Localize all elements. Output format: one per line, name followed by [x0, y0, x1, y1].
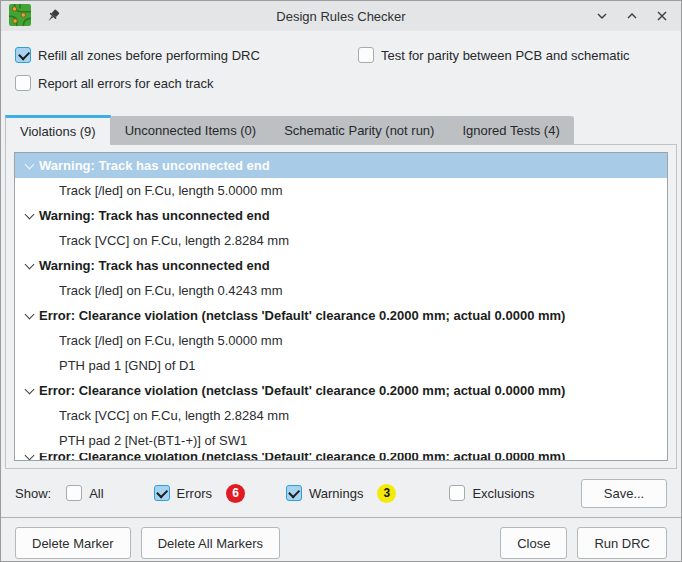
violation-row[interactable]: Warning: Track has unconnected end	[15, 153, 667, 178]
minimize-icon[interactable]	[595, 9, 609, 23]
violation-text: Warning: Track has unconnected end	[39, 158, 270, 173]
violation-row[interactable]: Error: Clearance violation (netclass 'De…	[15, 303, 667, 328]
pin-icon[interactable]	[45, 8, 61, 24]
maximize-icon[interactable]	[625, 9, 639, 23]
violation-text: Error: Clearance violation (netclass 'De…	[39, 383, 565, 398]
violation-text: Error: Clearance violation (netclass 'De…	[39, 453, 565, 460]
violation-text: Error: Clearance violation (netclass 'De…	[39, 308, 565, 323]
warnings-count-badge: 3	[377, 484, 396, 503]
report-all-errors-checkbox[interactable]: Report all errors for each track	[15, 70, 358, 96]
violation-text: Track [/led] on F.Cu, length 0.4243 mm	[59, 283, 283, 298]
violation-row[interactable]: Warning: Track has unconnected end	[15, 203, 667, 228]
violation-text: PTH pad 2 [Net-(BT1-+)] of SW1	[59, 433, 247, 448]
exclusions-filter-label: Exclusions	[472, 486, 534, 501]
violation-text: Warning: Track has unconnected end	[39, 258, 270, 273]
violations-tab-panel: Warning: Track has unconnected endTrack …	[5, 144, 677, 469]
violation-text: Track [VCC] on F.Cu, length 2.8284 mm	[59, 233, 289, 248]
title-bar: Design Rules Checker	[1, 1, 681, 31]
chevron-down-icon[interactable]	[22, 208, 38, 224]
checkbox-box[interactable]	[358, 47, 374, 63]
schematic-parity-checkbox[interactable]: Test for parity between PCB and schemati…	[358, 42, 667, 68]
violation-text: Track [/led] on F.Cu, length 5.0000 mm	[59, 333, 283, 348]
schematic-parity-label: Test for parity between PCB and schemati…	[381, 48, 630, 63]
violation-row[interactable]: PTH pad 2 [Net-(BT1-+)] of SW1	[15, 428, 667, 453]
report-all-errors-label: Report all errors for each track	[38, 76, 214, 91]
checkbox-box[interactable]	[15, 75, 31, 91]
errors-filter-label: Errors	[177, 486, 212, 501]
delete-marker-button[interactable]: Delete Marker	[15, 527, 131, 559]
footer-button-row: Delete MarkerDelete All Markers CloseRun…	[1, 518, 681, 561]
violation-row[interactable]: Track [VCC] on F.Cu, length 2.8284 mm	[15, 403, 667, 428]
delete-all-markers-button[interactable]: Delete All Markers	[141, 527, 280, 559]
save-button[interactable]: Save...	[581, 479, 667, 508]
close-button[interactable]: Close	[500, 527, 567, 559]
errors-filter-checkbox[interactable]: Errors6	[154, 484, 245, 503]
checkbox-box[interactable]	[286, 485, 302, 501]
checkbox-box[interactable]	[449, 485, 465, 501]
violation-text: Track [/led] on F.Cu, length 5.0000 mm	[59, 183, 283, 198]
chevron-down-icon[interactable]	[22, 258, 38, 274]
warnings-filter-label: Warnings	[309, 486, 363, 501]
tab-violations-9[interactable]: Violations (9)	[5, 115, 111, 145]
tab-schematic-parity-not-run[interactable]: Schematic Parity (not run)	[270, 116, 448, 144]
violation-row[interactable]: Warning: Track has unconnected end	[15, 253, 667, 278]
all-filter-label: All	[89, 486, 103, 501]
checkbox-box[interactable]	[15, 47, 31, 63]
show-filter-row: Show: AllErrors6Warnings3Exclusions Save…	[1, 469, 681, 518]
tab-ignored-tests-4[interactable]: Ignored Tests (4)	[448, 116, 573, 144]
violation-row[interactable]: PTH pad 1 [GND] of D1	[15, 353, 667, 378]
violations-list[interactable]: Warning: Track has unconnected endTrack …	[14, 152, 668, 461]
show-label: Show:	[15, 486, 51, 501]
violation-row[interactable]: Error: Clearance violation (netclass 'De…	[15, 453, 667, 460]
warnings-filter-checkbox[interactable]: Warnings3	[286, 484, 396, 503]
violation-text: PTH pad 1 [GND] of D1	[59, 358, 196, 373]
errors-count-badge: 6	[226, 484, 245, 503]
exclusions-filter-checkbox[interactable]: Exclusions	[449, 485, 534, 501]
close-icon[interactable]	[655, 9, 669, 23]
violation-text: Warning: Track has unconnected end	[39, 208, 270, 223]
tab-unconnected-items-0[interactable]: Unconnected Items (0)	[111, 116, 271, 144]
refill-zones-label: Refill all zones before performing DRC	[38, 48, 260, 63]
violation-text: Track [VCC] on F.Cu, length 2.8284 mm	[59, 408, 289, 423]
violation-row[interactable]: Track [/led] on F.Cu, length 5.0000 mm	[15, 328, 667, 353]
all-filter-checkbox[interactable]: All	[66, 485, 103, 501]
options-section: Refill all zones before performing DRC T…	[1, 31, 681, 114]
kicad-pcbnew-icon	[9, 4, 31, 26]
checkbox-box[interactable]	[154, 485, 170, 501]
violation-row[interactable]: Track [/led] on F.Cu, length 5.0000 mm	[15, 178, 667, 203]
chevron-down-icon[interactable]	[22, 383, 38, 399]
tab-bar: Violations (9)Unconnected Items (0)Schem…	[1, 114, 681, 144]
violation-row[interactable]: Error: Clearance violation (netclass 'De…	[15, 378, 667, 403]
chevron-down-icon[interactable]	[22, 158, 38, 174]
violation-row[interactable]: Track [VCC] on F.Cu, length 2.8284 mm	[15, 228, 667, 253]
run-drc-button[interactable]: Run DRC	[577, 527, 667, 559]
violation-row[interactable]: Track [/led] on F.Cu, length 0.4243 mm	[15, 278, 667, 303]
window-title: Design Rules Checker	[1, 9, 681, 24]
refill-zones-checkbox[interactable]: Refill all zones before performing DRC	[15, 42, 358, 68]
chevron-down-icon[interactable]	[22, 453, 38, 460]
checkbox-box[interactable]	[66, 485, 82, 501]
drc-dialog: Design Rules Checker Refill all zones be…	[0, 0, 682, 562]
chevron-down-icon[interactable]	[22, 308, 38, 324]
